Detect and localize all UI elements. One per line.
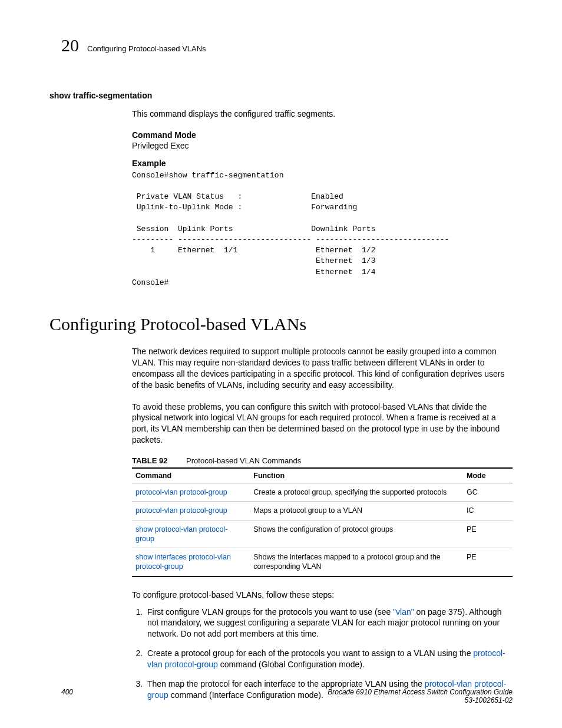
footer-docnum: 53-1002651-02 xyxy=(328,696,513,704)
steps-list: First configure VLAN groups for the prot… xyxy=(132,607,513,701)
step-item: First configure VLAN groups for the prot… xyxy=(145,607,513,640)
page-header: 20 Configuring Protocol-based VLANs xyxy=(61,35,513,55)
table-cell: Shows the configuration of protocol grou… xyxy=(250,520,463,548)
example-label: Example xyxy=(132,159,513,168)
table-row: show protocol-vlan protocol-group Shows … xyxy=(132,520,513,548)
command-link[interactable]: protocol-vlan protocol-group xyxy=(135,488,227,496)
table-header-function: Function xyxy=(250,468,463,483)
commands-table: Command Function Mode protocol-vlan prot… xyxy=(132,467,513,577)
table-cell: GC xyxy=(463,483,513,502)
table-title: Protocol-based VLAN Commands xyxy=(186,456,301,465)
table-cell: Shows the interfaces mapped to a protoco… xyxy=(250,548,463,577)
step-text: Create a protocol group for each of the … xyxy=(147,648,473,658)
body-paragraph: To avoid these problems, you can configu… xyxy=(132,401,513,446)
table-header-command: Command xyxy=(132,468,250,483)
vlan-link[interactable]: "vlan" xyxy=(393,607,414,617)
chapter-number: 20 xyxy=(61,35,79,55)
command-link[interactable]: protocol-vlan protocol-group xyxy=(135,506,227,515)
table-caption: TABLE 92 Protocol-based VLAN Commands xyxy=(132,456,513,465)
body-paragraph: The network devices required to support … xyxy=(132,346,513,391)
command-link[interactable]: show interfaces protocol-vlan protocol-g… xyxy=(135,553,231,571)
table-header-mode: Mode xyxy=(463,468,513,483)
table-label: TABLE 92 xyxy=(132,456,167,465)
step-text: Then map the protocol for each interface… xyxy=(147,679,425,689)
step-text: First configure VLAN groups for the prot… xyxy=(147,607,393,617)
command-heading: show traffic-segmentation xyxy=(49,91,513,100)
steps-intro: To configure protocol-based VLANs, follo… xyxy=(132,590,513,599)
chapter-title: Configuring Protocol-based VLANs xyxy=(87,44,206,53)
table-row: protocol-vlan protocol-group Create a pr… xyxy=(132,483,513,502)
table-row: protocol-vlan protocol-group Maps a prot… xyxy=(132,502,513,520)
table-cell: PE xyxy=(463,520,513,548)
table-cell: Maps a protocol group to a VLAN xyxy=(250,502,463,520)
table-row: show interfaces protocol-vlan protocol-g… xyxy=(132,548,513,577)
step-text: command (Global Configuration mode). xyxy=(218,660,365,669)
section-title: Configuring Protocol-based VLANs xyxy=(49,314,513,334)
table-cell: PE xyxy=(463,548,513,577)
command-link[interactable]: show protocol-vlan protocol-group xyxy=(135,525,227,543)
step-item: Create a protocol group for each of the … xyxy=(145,648,513,670)
cli-output: Console#show traffic-segmentation Privat… xyxy=(132,170,513,288)
command-mode-value: Privileged Exec xyxy=(132,141,513,150)
footer-title: Brocade 6910 Ethernet Access Switch Conf… xyxy=(328,688,513,696)
page-number: 400 xyxy=(61,688,73,704)
page-footer: 400 Brocade 6910 Ethernet Access Switch … xyxy=(61,688,513,704)
command-description: This command displays the configured tra… xyxy=(132,108,513,120)
table-cell: Create a protocol group, specifying the … xyxy=(250,483,463,502)
table-cell: IC xyxy=(463,502,513,520)
command-mode-label: Command Mode xyxy=(132,130,513,140)
